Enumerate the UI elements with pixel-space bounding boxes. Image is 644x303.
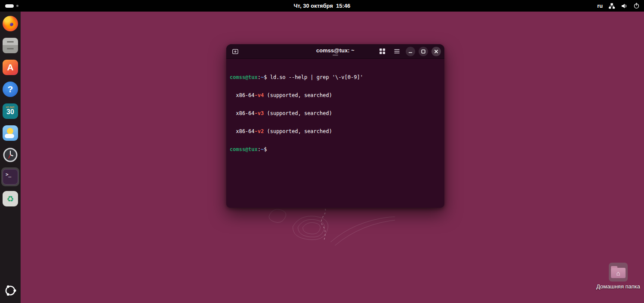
- workspace-pill-icon: [5, 4, 14, 8]
- close-icon: [434, 49, 439, 54]
- keyboard-layout-indicator[interactable]: ru: [597, 3, 603, 9]
- clocks-icon: [3, 147, 18, 163]
- dock-item-help[interactable]: ?: [2, 81, 19, 97]
- clock-button[interactable]: Чт, 30 октября 15:46: [294, 0, 350, 12]
- new-tab-button[interactable]: [230, 46, 241, 57]
- tab-indicator: [333, 55, 338, 56]
- trash-icon: ♻: [3, 191, 18, 206]
- help-glyph: ?: [8, 84, 13, 94]
- top-bar: Чт, 30 октября 15:46 ru: [0, 0, 644, 12]
- window-title-area: comss@tux: ~: [316, 44, 355, 59]
- home-folder-shortcut[interactable]: ⌂ Домашняя папка: [592, 263, 644, 290]
- dock-item-weather[interactable]: [2, 125, 19, 141]
- system-tray[interactable]: ru: [597, 0, 640, 12]
- dock: A ? чт окт. 30 >_ ♻: [0, 12, 21, 303]
- terminal-command-line: comss@tux:~$ ld.so --help | grep '\-v[0-…: [230, 74, 441, 80]
- home-glyph-icon: ⌂: [616, 270, 620, 276]
- maximize-button[interactable]: [419, 47, 428, 56]
- workspace-dot-icon: [16, 5, 18, 7]
- terminal-window: comss@tux: ~: [226, 44, 444, 208]
- weather-icon: [3, 125, 18, 141]
- recycle-glyph: ♻: [6, 195, 14, 203]
- dock-item-calendar[interactable]: чт окт. 30: [2, 103, 19, 119]
- home-folder-icon: ⌂: [611, 268, 626, 278]
- terminal-headerbar[interactable]: comss@tux: ~: [226, 44, 444, 59]
- terminal-glyph: >_: [6, 172, 11, 177]
- power-icon[interactable]: [633, 3, 640, 9]
- firefox-icon: [3, 16, 18, 31]
- terminal-prompt-line: comss@tux:~$: [230, 146, 441, 152]
- workspace-indicator[interactable]: [5, 0, 18, 12]
- maximize-icon: [421, 49, 426, 54]
- terminal-app-icon: >_: [3, 169, 18, 185]
- dock-item-app-center[interactable]: A: [2, 59, 19, 76]
- app-center-icon: A: [3, 60, 18, 75]
- terminal-output-line: x86-64-v3 (supported, searched): [230, 110, 441, 116]
- dock-item-firefox[interactable]: [2, 15, 19, 32]
- icon-selection-highlight: ⌂: [609, 263, 628, 282]
- ubuntu-logo-icon: [4, 284, 17, 297]
- dock-item-files[interactable]: [2, 37, 19, 54]
- files-icon: [3, 38, 18, 53]
- terminal-content[interactable]: comss@tux:~$ ld.so --help | grep '\-v[0-…: [226, 59, 444, 207]
- show-apps-button[interactable]: [2, 282, 19, 299]
- menu-button[interactable]: [391, 46, 402, 57]
- dock-item-clocks[interactable]: [2, 147, 19, 163]
- calendar-icon: чт окт. 30: [3, 103, 18, 119]
- help-icon: ?: [3, 82, 18, 97]
- clock-label: Чт, 30 октября 15:46: [294, 3, 350, 9]
- volume-icon[interactable]: [621, 3, 628, 9]
- dock-item-terminal[interactable]: >_: [2, 169, 19, 185]
- minimize-button[interactable]: [406, 47, 415, 56]
- tab-overview-button[interactable]: [377, 46, 388, 57]
- app-center-glyph: A: [7, 62, 13, 73]
- dock-item-trash[interactable]: ♻: [2, 191, 19, 207]
- home-folder-label: Домашняя папка: [596, 283, 640, 290]
- minimize-icon: [408, 49, 413, 54]
- window-title: comss@tux: ~: [316, 48, 355, 54]
- terminal-output-line: x86-64-v2 (supported, searched): [230, 128, 441, 134]
- close-button[interactable]: [431, 47, 441, 56]
- calendar-day-label: 30: [6, 109, 14, 115]
- command-text: ld.so --help | grep '\-v[0-9]': [270, 74, 363, 80]
- network-icon[interactable]: [608, 3, 615, 9]
- terminal-output-line: x86-64-v4 (supported, searched): [230, 92, 441, 98]
